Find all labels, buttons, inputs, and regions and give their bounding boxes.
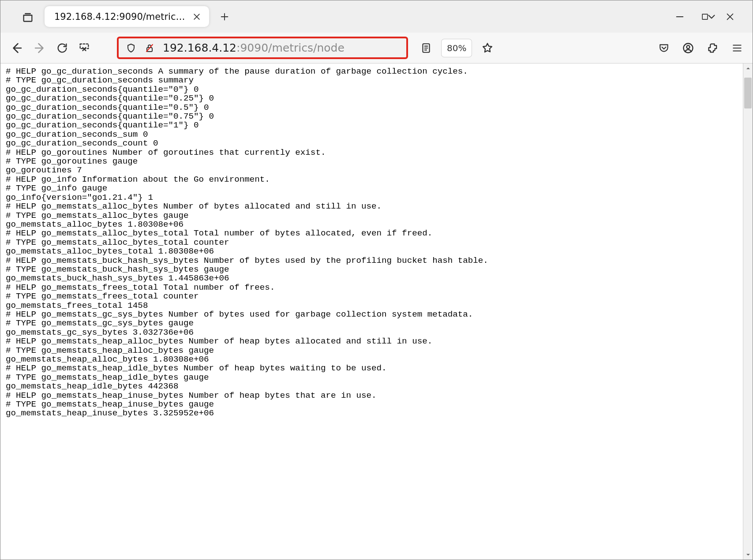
- close-window-button[interactable]: [725, 12, 735, 22]
- maximize-button[interactable]: [701, 12, 709, 21]
- scroll-track[interactable]: [743, 73, 753, 550]
- scroll-up-icon[interactable]: [743, 63, 753, 73]
- tab-title: 192.168.4.12:9090/metrics/node: [54, 11, 186, 22]
- tab-strip: 192.168.4.12:9090/metrics/node: [0, 0, 753, 33]
- vertical-scrollbar[interactable]: [743, 63, 753, 560]
- reload-button[interactable]: [56, 42, 68, 54]
- recent-browsing-button[interactable]: [15, 11, 40, 23]
- forward-button[interactable]: [33, 41, 46, 55]
- nav-toolbar: 192.168.4.12:9090/metrics/node 80%: [0, 33, 753, 63]
- content-area: # HELP go_gc_duration_seconds A summary …: [0, 63, 753, 560]
- back-button[interactable]: [10, 41, 23, 55]
- reader-mode-button[interactable]: [420, 42, 432, 54]
- close-tab-button[interactable]: [192, 12, 201, 21]
- svg-rect-0: [702, 14, 708, 19]
- toolbar-page-actions: 80%: [420, 39, 494, 57]
- app-menu-button[interactable]: [731, 42, 743, 54]
- address-text: 192.168.4.12:9090/metrics/node: [163, 41, 345, 54]
- address-bar[interactable]: 192.168.4.12:9090/metrics/node: [117, 37, 408, 59]
- metrics-text[interactable]: # HELP go_gc_duration_seconds A summary …: [0, 63, 743, 560]
- minimize-button[interactable]: [675, 12, 685, 22]
- toolbar-far-right: [658, 42, 743, 54]
- account-button[interactable]: [682, 42, 694, 54]
- address-host: 192.168.4.12: [163, 41, 236, 54]
- insecure-lock-icon[interactable]: [144, 43, 155, 53]
- scroll-down-icon[interactable]: [743, 550, 753, 560]
- tracking-protection-icon[interactable]: [126, 43, 136, 53]
- address-path: :9090/metrics/node: [236, 41, 345, 54]
- screenshot-tool-button[interactable]: [78, 42, 90, 54]
- zoom-level-badge[interactable]: 80%: [442, 39, 472, 57]
- pocket-button[interactable]: [658, 42, 670, 54]
- scroll-thumb[interactable]: [744, 78, 752, 108]
- bookmark-star-button[interactable]: [481, 42, 494, 54]
- new-tab-button[interactable]: [216, 8, 233, 26]
- active-tab[interactable]: 192.168.4.12:9090/metrics/node: [45, 6, 209, 27]
- svg-point-4: [687, 45, 690, 49]
- extensions-button[interactable]: [707, 42, 719, 54]
- window-controls: [675, 0, 749, 33]
- address-bar-container: 192.168.4.12:9090/metrics/node: [117, 37, 408, 59]
